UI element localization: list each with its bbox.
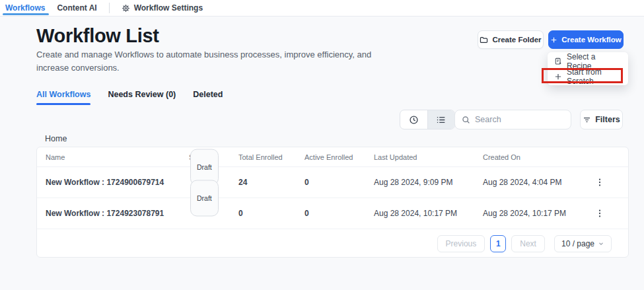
row-actions-button[interactable] bbox=[593, 176, 606, 189]
column-header-name: Name bbox=[46, 147, 65, 167]
create-folder-button[interactable]: Create Folder bbox=[478, 30, 544, 49]
total-enrolled-link[interactable]: 0 bbox=[238, 198, 243, 229]
column-header-created-on: Created On bbox=[483, 147, 520, 167]
page-description: Create and manage Workflows to automate … bbox=[36, 48, 393, 75]
kebab-icon bbox=[595, 209, 604, 218]
column-header-last-updated: Last Updated bbox=[374, 147, 417, 167]
search-icon bbox=[462, 116, 470, 124]
created-on-value: Aug 28 2024, 10:17 PM bbox=[483, 198, 566, 229]
active-enrolled-link[interactable]: 0 bbox=[304, 198, 309, 229]
table-row: New Workflow : 1724923078791 Draft 0 0 A… bbox=[37, 198, 628, 229]
pagination: Previous 1 Next 10 / page bbox=[37, 229, 628, 258]
chevron-down-icon bbox=[598, 240, 604, 247]
clock-icon bbox=[409, 115, 419, 125]
column-header-active-enrolled: Active Enrolled bbox=[304, 147, 353, 167]
created-on-value: Aug 28 2024, 4:04 PM bbox=[483, 167, 561, 198]
recent-view-button[interactable] bbox=[400, 110, 428, 129]
page-title: Workflow List bbox=[36, 25, 159, 47]
list-icon bbox=[436, 115, 446, 125]
plus-icon bbox=[550, 36, 557, 44]
page-size-label: 10 / page bbox=[561, 239, 594, 248]
menu-item-start-from-scratch[interactable]: Start from Scratch bbox=[548, 69, 628, 84]
kebab-icon bbox=[595, 178, 604, 187]
search-input[interactable] bbox=[475, 115, 564, 124]
plus-icon bbox=[554, 73, 562, 81]
nav-item-content-ai[interactable]: Content AI bbox=[57, 0, 96, 17]
page-number-button[interactable]: 1 bbox=[490, 235, 506, 252]
create-workflow-label: Create Workflow bbox=[561, 36, 622, 44]
last-updated-value: Aug 28 2024, 9:09 PM bbox=[374, 167, 452, 198]
previous-page-button[interactable]: Previous bbox=[437, 235, 485, 252]
status-badge-wrap: Draft bbox=[190, 180, 219, 217]
tab-deleted[interactable]: Deleted bbox=[193, 90, 223, 105]
status-badge: Draft bbox=[190, 180, 219, 217]
recipe-icon bbox=[554, 57, 562, 65]
create-folder-label: Create Folder bbox=[492, 36, 541, 44]
page-size-select[interactable]: 10 / page bbox=[554, 235, 612, 252]
view-toggle-group bbox=[400, 110, 455, 129]
menu-item-label: Start from Scratch bbox=[567, 67, 622, 86]
list-view-button[interactable] bbox=[428, 110, 455, 129]
nav-item-workflows[interactable]: Workflows bbox=[5, 0, 45, 17]
nav-divider bbox=[109, 3, 110, 13]
workflow-name-link[interactable]: New Workflow : 1724923078791 bbox=[46, 198, 164, 229]
create-workflow-menu: Select a Recipe Start from Scratch bbox=[548, 52, 628, 85]
folder-icon bbox=[480, 36, 488, 44]
filters-label: Filters bbox=[595, 115, 620, 124]
row-actions-button[interactable] bbox=[593, 207, 606, 220]
filters-button[interactable]: Filters bbox=[580, 110, 623, 129]
last-updated-value: Aug 28 2024, 10:17 PM bbox=[374, 198, 457, 229]
table-header-row: Name Status Total Enrolled Active Enroll… bbox=[37, 147, 628, 167]
next-page-button[interactable]: Next bbox=[511, 235, 545, 252]
workflow-tabs: All Workflows Needs Review (0) Deleted bbox=[36, 90, 223, 105]
filter-icon bbox=[583, 116, 591, 124]
column-header-total-enrolled: Total Enrolled bbox=[238, 147, 283, 167]
nav-item-workflow-settings[interactable]: Workflow Settings bbox=[122, 3, 203, 13]
breadcrumb[interactable]: Home bbox=[45, 134, 67, 143]
workflow-table: Name Status Total Enrolled Active Enroll… bbox=[36, 147, 629, 258]
nav-item-label: Workflow Settings bbox=[134, 3, 203, 13]
tab-all-workflows[interactable]: All Workflows bbox=[36, 90, 90, 105]
active-enrolled-link[interactable]: 0 bbox=[304, 167, 309, 198]
total-enrolled-link[interactable]: 24 bbox=[238, 167, 247, 198]
table-row: New Workflow : 1724900679714 Draft 24 0 … bbox=[37, 167, 628, 198]
top-navigation: Workflows Content AI Workflow Settings bbox=[0, 0, 644, 17]
create-workflow-button[interactable]: Create Workflow bbox=[548, 30, 624, 49]
search-box bbox=[454, 110, 571, 129]
workflow-name-link[interactable]: New Workflow : 1724900679714 bbox=[46, 167, 164, 198]
tab-needs-review[interactable]: Needs Review (0) bbox=[108, 90, 176, 105]
gear-icon bbox=[122, 4, 130, 13]
